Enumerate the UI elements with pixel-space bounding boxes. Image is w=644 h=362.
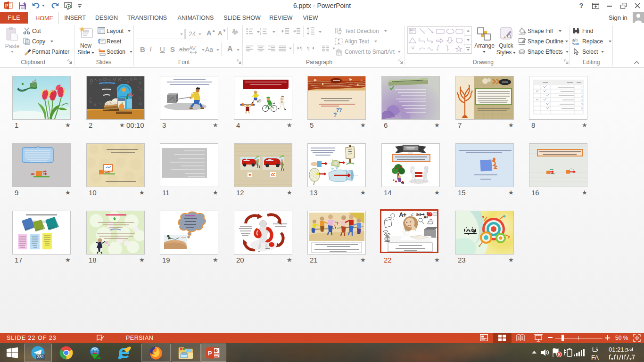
svg-text:6: 6 <box>581 107 583 110</box>
svg-text:¶: ¶ <box>307 46 310 51</box>
svg-text:A+: A+ <box>424 215 428 219</box>
svg-text:P: P <box>208 350 212 357</box>
svg-text:¶: ¶ <box>300 46 303 51</box>
svg-text:3: 3 <box>260 33 261 35</box>
svg-text:1: 1 <box>581 86 583 89</box>
svg-text:A+: A+ <box>399 212 406 218</box>
svg-text:3: 3 <box>581 94 583 97</box>
svg-text:?: ? <box>333 112 337 118</box>
svg-text:ac: ac <box>574 41 579 46</box>
svg-text:4: 4 <box>581 99 583 101</box>
svg-text:P: P <box>5 3 8 8</box>
svg-text:??: ?? <box>336 107 342 113</box>
svg-text:A: A <box>339 27 342 33</box>
svg-text:2: 2 <box>581 90 583 93</box>
svg-text:A: A <box>410 29 412 32</box>
svg-text:5: 5 <box>581 103 583 106</box>
svg-text:AV: AV <box>189 45 196 51</box>
